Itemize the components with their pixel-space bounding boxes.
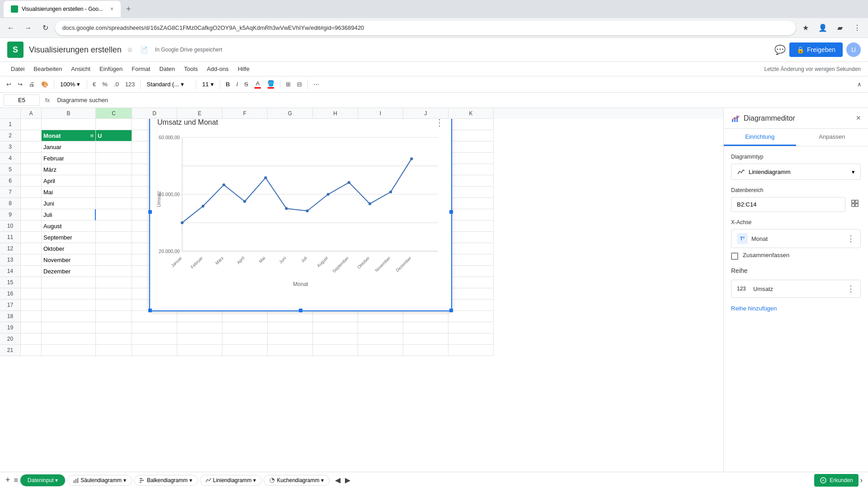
panel-close-btn[interactable]: ×	[856, 113, 861, 123]
cell-c4[interactable]	[96, 153, 132, 164]
cell-k2[interactable]	[448, 130, 494, 141]
cell-c20[interactable]	[96, 333, 132, 345]
menu-hilfe[interactable]: Hilfe	[234, 64, 253, 74]
next-sheet-btn[interactable]: ▶	[343, 474, 352, 486]
formula-input[interactable]	[55, 95, 864, 105]
cell-k15[interactable]	[448, 277, 494, 288]
add-reihe-btn[interactable]: Reihe hinzufügen	[731, 301, 861, 315]
cell-g19[interactable]	[268, 322, 313, 333]
chart-handle-bm[interactable]	[299, 309, 302, 312]
cell-b6[interactable]: April	[42, 175, 96, 187]
cell-b11[interactable]: September	[42, 232, 96, 243]
cell-b21[interactable]	[42, 345, 96, 356]
cell-a17[interactable]	[21, 300, 42, 311]
cell-b7[interactable]: Mai	[42, 187, 96, 198]
cell-c7[interactable]	[96, 187, 132, 198]
extensions-btn[interactable]: ▰	[833, 21, 847, 35]
cell-c9[interactable]	[96, 209, 132, 221]
menu-bearbeiten[interactable]: Bearbeiten	[30, 64, 66, 74]
decimal-inc-btn[interactable]: 123	[123, 79, 138, 89]
font-color-btn[interactable]: A	[252, 78, 264, 90]
cell-k4[interactable]	[448, 153, 494, 164]
cell-c5[interactable]	[96, 164, 132, 175]
col-header-c[interactable]: C	[96, 108, 132, 119]
active-sheet-tab[interactable]: Dateninput ▾	[20, 474, 66, 487]
cell-b18[interactable]	[42, 311, 96, 322]
merge-btn[interactable]: ⊟	[294, 79, 305, 89]
tab-close-btn[interactable]: ×	[110, 6, 113, 12]
menu-daten[interactable]: Daten	[156, 64, 179, 74]
chart-handle-mr[interactable]	[449, 210, 453, 214]
cell-b10[interactable]: August	[42, 221, 96, 232]
cell-d21[interactable]	[132, 345, 177, 356]
new-tab-btn[interactable]: +	[124, 3, 133, 16]
chat-btn[interactable]: 💬	[774, 44, 786, 55]
currency-btn[interactable]: €	[90, 79, 99, 89]
cell-c14[interactable]	[96, 266, 132, 277]
cell-c3[interactable]	[96, 141, 132, 153]
tab-einrichtung[interactable]: Einrichtung	[724, 129, 796, 146]
zoom-select[interactable]: 100% ▾	[57, 79, 84, 90]
datenbereich-input[interactable]	[731, 197, 845, 212]
cell-a6[interactable]	[21, 175, 42, 187]
star-btn[interactable]: ☆	[125, 45, 135, 54]
col-header-k[interactable]: K	[448, 108, 494, 119]
cell-a9[interactable]	[21, 209, 42, 221]
chart-tab-saulen[interactable]: Säulendiagramm ▾	[67, 475, 132, 486]
cell-k17[interactable]	[448, 300, 494, 311]
cell-a3[interactable]	[21, 141, 42, 153]
col-header-a[interactable]: A	[21, 108, 42, 119]
forward-btn[interactable]: →	[21, 21, 35, 35]
menu-einfuegen[interactable]: Einfügen	[96, 64, 126, 74]
cell-j18[interactable]	[403, 311, 448, 322]
chart-tab-linien[interactable]: Liniendiagramm ▾	[200, 475, 262, 486]
chart-handle-br[interactable]	[449, 309, 453, 312]
prev-sheet-btn[interactable]: ◀	[333, 474, 342, 486]
cell-k14[interactable]	[448, 266, 494, 277]
menu-addons[interactable]: Add-ons	[203, 64, 232, 74]
cell-c17[interactable]	[96, 300, 132, 311]
cell-c2[interactable]: U	[96, 130, 132, 141]
cell-e19[interactable]	[177, 322, 222, 333]
chart-tab-kuchen[interactable]: Kuchendiagramm ▾	[264, 475, 330, 486]
cell-b8[interactable]: Juni	[42, 198, 96, 209]
profile-btn[interactable]: 👤	[816, 21, 830, 35]
menu-datei[interactable]: Datei	[7, 64, 28, 74]
cell-b13[interactable]: November	[42, 254, 96, 266]
cell-a16[interactable]	[21, 288, 42, 300]
cell-a5[interactable]	[21, 164, 42, 175]
bookmark-btn[interactable]: ★	[798, 21, 813, 35]
cell-c19[interactable]	[96, 322, 132, 333]
cell-b12[interactable]: Oktober	[42, 243, 96, 254]
cell-a18[interactable]	[21, 311, 42, 322]
cell-e20[interactable]	[177, 333, 222, 345]
cell-c6[interactable]	[96, 175, 132, 187]
cell-b3[interactable]: Januar	[42, 141, 96, 153]
cell-i20[interactable]	[358, 333, 403, 345]
col-header-i[interactable]: I	[358, 108, 403, 119]
cell-g18[interactable]	[268, 311, 313, 322]
cell-c13[interactable]	[96, 254, 132, 266]
diagrammtyp-dropdown[interactable]: Liniendiagramm ▾	[731, 164, 861, 180]
cell-b2[interactable]: Monat ≡	[42, 130, 96, 141]
cell-b17[interactable]	[42, 300, 96, 311]
cell-f21[interactable]	[222, 345, 268, 356]
cell-k8[interactable]	[448, 198, 494, 209]
reihe-more-btn[interactable]: ⋮	[847, 284, 855, 294]
cell-b20[interactable]	[42, 333, 96, 345]
menu-btn[interactable]: ⋮	[850, 21, 864, 35]
cell-d18[interactable]	[132, 311, 177, 322]
cell-c16[interactable]	[96, 288, 132, 300]
font-size-select[interactable]: 11 ▾	[199, 79, 217, 90]
col-header-g[interactable]: G	[268, 108, 313, 119]
menu-ansicht[interactable]: Ansicht	[67, 64, 94, 74]
cell-c11[interactable]	[96, 232, 132, 243]
cell-b16[interactable]	[42, 288, 96, 300]
cell-a11[interactable]	[21, 232, 42, 243]
cell-b14[interactable]: Dezember	[42, 266, 96, 277]
cell-a10[interactable]	[21, 221, 42, 232]
cell-c1[interactable]	[96, 119, 132, 130]
cell-a13[interactable]	[21, 254, 42, 266]
cell-i18[interactable]	[358, 311, 403, 322]
col-header-b[interactable]: B	[42, 108, 96, 119]
